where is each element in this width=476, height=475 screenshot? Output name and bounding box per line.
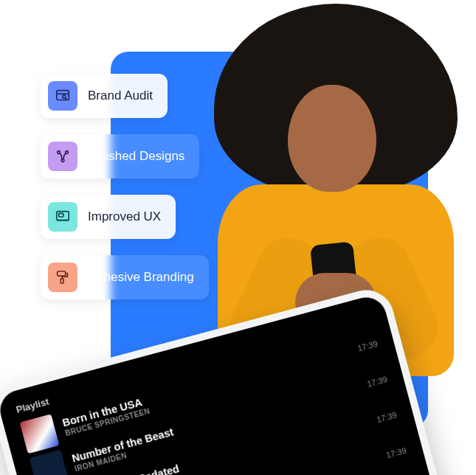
feature-label: Improved UX <box>88 209 161 224</box>
track-duration: 17:39 <box>366 375 388 389</box>
feature-pill-list: Brand Audit Polished Designs Improved UX <box>41 74 209 299</box>
svg-point-2 <box>58 151 61 154</box>
ux-icon <box>48 202 77 232</box>
svg-rect-6 <box>59 213 63 217</box>
svg-rect-7 <box>58 271 66 276</box>
feature-cohesive-branding: Cohesive Branding <box>41 255 209 299</box>
svg-point-4 <box>61 159 64 162</box>
svg-point-1 <box>63 95 66 98</box>
album-art <box>30 450 69 475</box>
svg-rect-8 <box>61 279 63 283</box>
svg-point-3 <box>66 151 69 154</box>
audit-icon <box>48 81 77 111</box>
feature-brand-audit: Brand Audit <box>41 74 168 118</box>
track-duration: 17:39 <box>356 339 379 353</box>
track-duration: 17:39 <box>376 410 398 424</box>
feature-polished-designs: Polished Designs <box>41 134 199 178</box>
paint-icon <box>48 263 77 292</box>
feature-label: Polished Designs <box>88 149 184 164</box>
design-icon <box>48 142 77 171</box>
feature-label: Cohesive Branding <box>88 270 194 285</box>
feature-label: Brand Audit <box>88 89 153 103</box>
album-art <box>20 414 60 454</box>
track-duration: 17:39 <box>385 446 407 460</box>
feature-improved-ux: Improved UX <box>41 195 176 239</box>
